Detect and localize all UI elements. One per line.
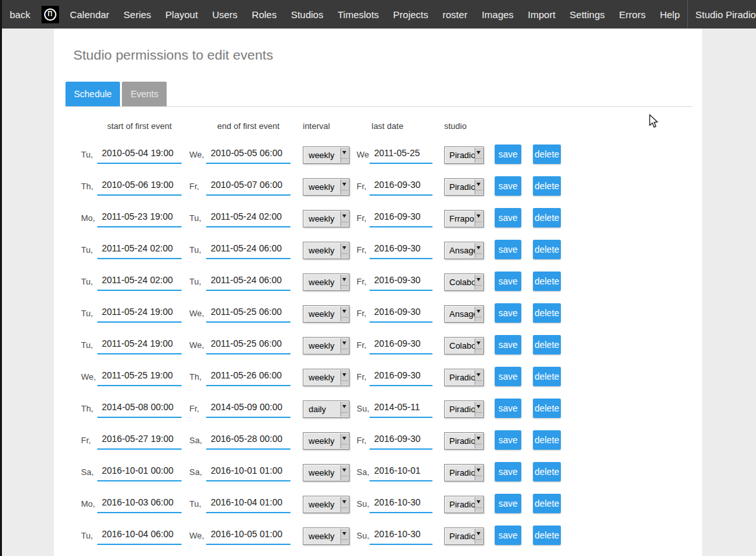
end-datetime-input[interactable]	[206, 145, 290, 164]
studio-select[interactable]: Colabo	[444, 273, 484, 291]
start-datetime-input[interactable]	[97, 399, 182, 418]
delete-button[interactable]: delete	[533, 526, 561, 545]
save-button[interactable]: save	[495, 526, 521, 545]
nav-menu-item[interactable]: Studios	[284, 9, 331, 20]
studio-select[interactable]: Piradio	[444, 369, 484, 386]
last-date-input[interactable]	[370, 526, 432, 545]
delete-button[interactable]: delete	[533, 176, 561, 196]
chevron-down-icon[interactable]	[340, 148, 348, 163]
tab-schedule[interactable]: Schedule	[65, 82, 120, 106]
end-datetime-input[interactable]	[206, 431, 290, 450]
studio-select[interactable]: Piradio	[444, 496, 484, 513]
nav-menu-item[interactable]: Settings	[563, 9, 612, 20]
end-datetime-input[interactable]	[206, 272, 290, 291]
studio-select[interactable]: Piradio	[444, 178, 484, 196]
save-button[interactable]: save	[495, 240, 521, 259]
interval-select[interactable]: weekly	[303, 432, 349, 450]
end-datetime-input[interactable]	[206, 304, 290, 323]
nav-menu-item[interactable]: Projects	[386, 9, 435, 20]
studio-select[interactable]: Ansage	[444, 242, 484, 259]
last-date-input[interactable]	[370, 304, 432, 323]
start-datetime-input[interactable]	[97, 463, 182, 481]
delete-button[interactable]: delete	[533, 367, 561, 386]
save-button[interactable]: save	[495, 176, 521, 196]
nav-menu-item[interactable]: Help	[653, 9, 687, 20]
nav-menu-item[interactable]: Users	[205, 9, 244, 20]
delete-button[interactable]: delete	[533, 399, 561, 418]
end-datetime-input[interactable]	[206, 336, 290, 354]
interval-select[interactable]: weekly	[303, 305, 349, 323]
save-button[interactable]: save	[495, 303, 521, 323]
end-datetime-input[interactable]	[206, 526, 290, 545]
chevron-down-icon[interactable]	[475, 465, 482, 480]
last-date-input[interactable]	[370, 209, 432, 227]
nav-menu-item[interactable]: Calendar	[63, 9, 117, 20]
last-date-input[interactable]	[370, 336, 432, 354]
chevron-down-icon[interactable]	[475, 497, 482, 512]
start-datetime-input[interactable]	[97, 526, 182, 545]
last-date-input[interactable]	[370, 431, 432, 450]
chevron-down-icon[interactable]	[475, 243, 482, 258]
chevron-down-icon[interactable]	[340, 497, 348, 512]
nav-menu-item[interactable]: Images	[475, 9, 521, 20]
chevron-down-icon[interactable]	[475, 211, 482, 226]
studio-select[interactable]: Frrapo	[444, 210, 484, 227]
nav-menu-item[interactable]: roster	[436, 9, 475, 20]
start-datetime-input[interactable]	[97, 177, 182, 196]
studio-select[interactable]: Piradio	[444, 146, 484, 164]
chevron-down-icon[interactable]	[475, 402, 482, 417]
nav-menu-item[interactable]: Series	[117, 9, 159, 20]
nav-menu-item[interactable]: Timeslots	[331, 9, 386, 20]
chevron-down-icon[interactable]	[340, 180, 348, 194]
start-datetime-input[interactable]	[97, 209, 182, 227]
last-date-input[interactable]	[370, 399, 432, 418]
chevron-down-icon[interactable]	[475, 434, 482, 448]
chevron-down-icon[interactable]	[340, 243, 348, 258]
interval-select[interactable]: weekly	[303, 369, 349, 386]
last-date-input[interactable]	[370, 494, 432, 513]
end-datetime-input[interactable]	[206, 240, 290, 259]
start-datetime-input[interactable]	[97, 272, 182, 291]
chevron-down-icon[interactable]	[475, 529, 482, 544]
last-date-input[interactable]	[370, 145, 432, 164]
chevron-down-icon[interactable]	[475, 275, 482, 290]
chevron-down-icon[interactable]	[340, 338, 348, 353]
nav-menu-item[interactable]: Errors	[612, 9, 653, 20]
save-button[interactable]: save	[495, 494, 521, 513]
studio-select[interactable]: Piradio	[444, 432, 484, 450]
chevron-down-icon[interactable]	[340, 529, 348, 544]
save-button[interactable]: save	[495, 367, 521, 386]
start-datetime-input[interactable]	[97, 336, 182, 354]
last-date-input[interactable]	[370, 367, 432, 386]
interval-select[interactable]: weekly	[303, 210, 349, 227]
end-datetime-input[interactable]	[206, 209, 290, 227]
last-date-input[interactable]	[370, 272, 432, 291]
end-datetime-input[interactable]	[206, 463, 290, 481]
end-datetime-input[interactable]	[206, 367, 290, 386]
last-date-input[interactable]	[370, 177, 432, 196]
end-datetime-input[interactable]	[206, 494, 290, 513]
chevron-down-icon[interactable]	[340, 465, 348, 480]
chevron-down-icon[interactable]	[475, 307, 482, 321]
end-datetime-input[interactable]	[206, 177, 290, 196]
chevron-down-icon[interactable]	[340, 211, 348, 226]
save-button[interactable]: save	[495, 462, 521, 481]
start-datetime-input[interactable]	[97, 304, 182, 323]
interval-select[interactable]: weekly	[303, 178, 349, 196]
chevron-down-icon[interactable]	[340, 434, 348, 448]
interval-select[interactable]: weekly	[303, 337, 349, 354]
nav-menu-item[interactable]: Roles	[244, 9, 283, 20]
delete-button[interactable]: delete	[533, 303, 561, 323]
save-button[interactable]: save	[495, 208, 521, 227]
delete-button[interactable]: delete	[533, 494, 561, 513]
save-button[interactable]: save	[495, 272, 521, 291]
save-button[interactable]: save	[495, 399, 521, 418]
chevron-down-icon[interactable]	[475, 370, 482, 385]
interval-select[interactable]: weekly	[303, 496, 349, 513]
nav-back-link[interactable]: back	[0, 9, 38, 20]
chevron-down-icon[interactable]	[340, 275, 348, 290]
tab-events[interactable]: Events	[122, 82, 167, 106]
start-datetime-input[interactable]	[97, 431, 182, 450]
start-datetime-input[interactable]	[97, 494, 182, 513]
delete-button[interactable]: delete	[533, 145, 561, 164]
